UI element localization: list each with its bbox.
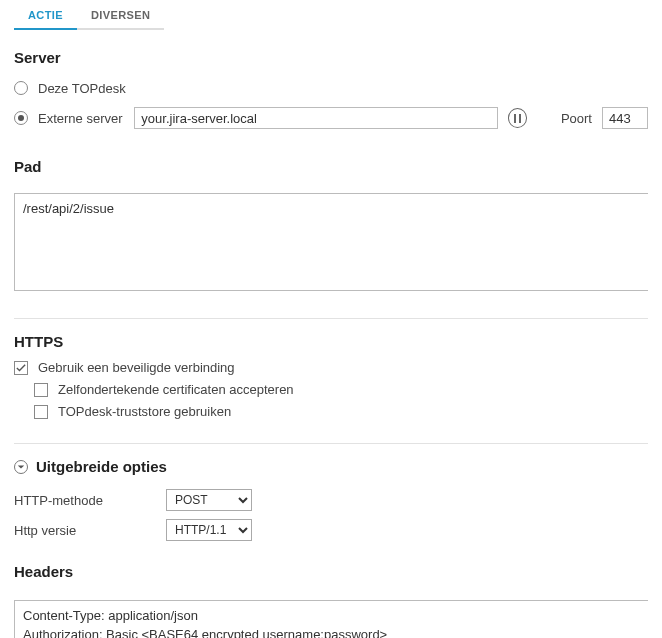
headers-section: Headers Content-Type: application/json A… — [14, 563, 648, 638]
checkbox-truststore-label: TOPdesk-truststore gebruiken — [58, 404, 231, 419]
tabs: ACTIE DIVERSEN — [14, 0, 648, 31]
tab-actie[interactable]: ACTIE — [14, 0, 77, 30]
chevron-down-icon — [14, 460, 28, 474]
advanced-expander[interactable]: Uitgebreide opties — [14, 458, 648, 475]
http-method-label: HTTP-methode — [14, 493, 166, 508]
radio-external-server-label: Externe server — [38, 111, 124, 126]
http-version-select[interactable]: HTTP/1.1 — [166, 519, 252, 541]
https-section: HTTPS Gebruik een beveiligde verbinding … — [14, 333, 648, 419]
https-title: HTTPS — [14, 333, 648, 350]
check-icon — [16, 363, 26, 373]
advanced-title: Uitgebreide opties — [36, 458, 167, 475]
port-input[interactable] — [602, 107, 648, 129]
radio-external-server[interactable] — [14, 111, 28, 125]
path-title: Pad — [14, 158, 648, 175]
path-section: Pad /rest/api/2/issue — [14, 158, 648, 294]
headers-input[interactable]: Content-Type: application/json Authoriza… — [14, 600, 648, 638]
server-title: Server — [14, 49, 648, 66]
divider-2 — [14, 443, 648, 444]
checkbox-truststore[interactable] — [34, 405, 48, 419]
http-version-label: Http versie — [14, 523, 166, 538]
http-method-select[interactable]: POST — [166, 489, 252, 511]
checkbox-secure-connection-label: Gebruik een beveiligde verbinding — [38, 360, 235, 375]
path-input[interactable]: /rest/api/2/issue — [14, 193, 648, 291]
pause-icon[interactable] — [508, 108, 527, 128]
radio-this-topdesk[interactable] — [14, 81, 28, 95]
headers-title: Headers — [14, 563, 648, 580]
port-label: Poort — [561, 111, 592, 126]
radio-this-topdesk-label: Deze TOPdesk — [38, 81, 126, 96]
divider-1 — [14, 318, 648, 319]
tab-diversen[interactable]: DIVERSEN — [77, 0, 164, 30]
checkbox-selfsigned[interactable] — [34, 383, 48, 397]
external-server-input[interactable] — [134, 107, 497, 129]
server-section: Server Deze TOPdesk Externe server Poort — [14, 49, 648, 130]
checkbox-secure-connection[interactable] — [14, 361, 28, 375]
checkbox-selfsigned-label: Zelfondertekende certificaten accepteren — [58, 382, 294, 397]
advanced-section: Uitgebreide opties HTTP-methode POST Htt… — [14, 458, 648, 541]
